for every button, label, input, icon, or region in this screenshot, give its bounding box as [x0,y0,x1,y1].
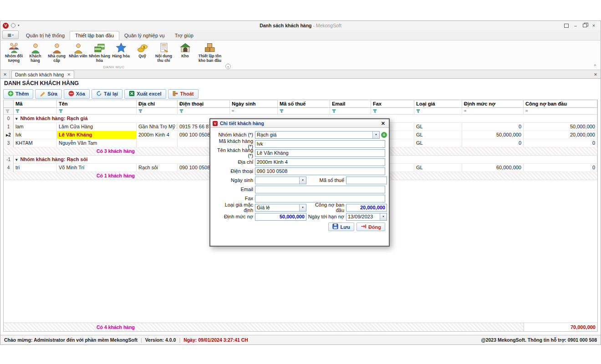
ribbon-item-warehouses[interactable]: Kho [174,41,196,59]
export-excel-button[interactable]: Xuất excel [124,89,166,99]
customer-code-input[interactable] [255,140,385,148]
phone-input[interactable] [255,167,385,175]
address-input[interactable] [255,158,385,166]
customer-name-input[interactable] [255,149,385,157]
collapse-caret-icon[interactable]: ▾ [15,157,18,162]
column-header-loaigia[interactable]: Loại giá [414,100,462,108]
cell-dinhmuc[interactable]: 50,000,000 [462,131,524,139]
column-header-masothue[interactable]: Mã số thuế [278,100,330,108]
ribbon-item-suppliers[interactable]: Nhà cung cấp [46,41,67,63]
cell-ten[interactable]: Lâm Cửa Hàng [57,123,137,131]
cell-ten[interactable]: Võ Minh Trí [57,164,137,172]
cell-ten[interactable]: Nguyễn Văn Tam [57,139,137,147]
filter-cell-loaigia[interactable] [414,108,462,115]
filter-cell-ma[interactable] [14,108,57,115]
ribbon-item-object-groups[interactable]: Nhóm đối tượng [3,41,25,63]
default-price-type-combobox[interactable]: ▼ [255,204,306,212]
column-header-diachi[interactable]: Địa chỉ [137,100,178,108]
column-header-ngaysinh[interactable]: Ngày sinh [230,100,278,108]
column-header-congno[interactable]: Công nợ ban đầu [524,100,597,108]
email-input[interactable] [255,186,385,193]
tax-code-input[interactable] [346,177,387,184]
column-header-dinhmuc[interactable]: Định mức nợ [462,100,524,108]
ribbon-tab-initial-setup[interactable]: Thiết lập ban đầu [70,31,119,40]
add-button[interactable]: Thêm [3,89,33,99]
filter-cell-fax[interactable] [371,108,414,115]
fax-input[interactable] [255,195,385,202]
cell-congno[interactable]: 0 [524,139,597,147]
tabstrip-close-right-icon[interactable]: ✕ [591,72,601,78]
cell-loaigia[interactable]: GL [414,131,462,139]
initial-debt-input[interactable] [346,204,387,212]
customer-group-combobox[interactable]: ▼ [255,131,380,139]
dialog-close-icon[interactable]: ✕ [380,121,387,126]
exit-button[interactable]: Thoát [168,89,199,99]
chevron-down-icon[interactable]: ▼ [372,131,379,138]
column-header-fax[interactable]: Fax [371,100,414,108]
cell-ma[interactable]: KHTAM [14,139,57,147]
cell-diachi[interactable]: 2000m Kinh 4 [137,131,178,139]
chevron-down-icon[interactable]: ▼ [299,204,306,211]
cell-ma[interactable]: lam [14,123,57,131]
debt-limit-input[interactable] [255,213,306,221]
cell-diachi[interactable]: Rạch sỏi [137,164,178,172]
close-dialog-button[interactable]: Đóng [357,222,385,231]
filter-cell-masothue[interactable] [278,108,330,115]
filter-cell-email[interactable] [330,108,371,115]
column-header-ten[interactable]: Tên [57,100,137,108]
quick-access-caret-icon[interactable]: ▾ [18,24,20,27]
chevron-down-icon[interactable]: ▼ [299,177,306,184]
dialog-titlebar[interactable]: V Chi tiết khách hàng ✕ [210,119,389,128]
cell-dinhmuc[interactable]: 60,000,000 [462,164,524,172]
fullscreen-button[interactable] [563,22,570,29]
document-tab-customers[interactable]: Danh sách khách hàng ✕ [11,71,74,78]
save-button[interactable]: Lưu [328,222,354,231]
tabstrip-close-left-icon[interactable]: ✕ [0,71,10,78]
column-header-dienthoai[interactable]: Điện thoại [178,100,230,108]
filter-cell-dinhmuc[interactable]: = [462,108,524,115]
minimize-button[interactable]: – [572,22,579,29]
ribbon-collapse-icon[interactable]: ^ [594,64,596,68]
collapse-caret-icon[interactable]: ▾ [15,116,18,121]
cell-dinhmuc[interactable]: 0 [462,139,524,147]
restore-button[interactable] [581,22,588,29]
filter-cell-congno[interactable]: = [524,108,597,115]
ribbon-tab-business-management[interactable]: Quản lý nghiệp vụ [119,31,170,40]
birth-date-combobox[interactable]: ▼ [255,177,306,184]
debt-due-date-input[interactable] [346,213,380,220]
document-tab-close-icon[interactable]: ✕ [67,72,71,77]
reload-button[interactable]: Tải lại [92,89,122,99]
cell-ma[interactable]: lvk [14,131,57,139]
customer-group-input[interactable] [255,131,372,138]
chevron-down-icon[interactable]: ▼ [380,213,387,220]
cell-diachi[interactable]: Gần Nhà Trọ Mỹ X... [137,123,178,131]
edit-button[interactable]: Sửa [35,89,61,99]
ribbon-item-receipt-contents[interactable]: Nội dung thu chi [153,41,174,63]
debt-due-date-combobox[interactable]: ▼ [346,213,387,221]
cell-loaigia[interactable]: GL [414,123,462,131]
cell-ma[interactable]: tri [14,164,57,172]
delete-button[interactable]: Xóa [64,89,90,99]
filter-cell-dienthoai[interactable] [178,108,230,115]
group-dialog-launcher-icon[interactable]: ▾ [225,64,231,69]
cell-congno[interactable]: 50,000,000 [524,123,597,131]
column-header-ma[interactable]: Mã [14,100,57,108]
ribbon-item-initial-stock-setup[interactable]: Thiết lập tồn kho ban đầu [196,41,224,63]
ribbon-tab-system-admin[interactable]: Quản trị hệ thống [21,31,70,40]
ribbon-item-customers[interactable]: Khách hàng [25,41,46,63]
ribbon-item-products[interactable]: Hàng hóa [110,41,132,59]
cell-loaigia[interactable]: GL [414,139,462,147]
ribbon-tab-help[interactable]: Trợ giúp [170,31,199,40]
default-price-type-input[interactable] [255,204,299,211]
cell-loaigia[interactable]: GL [414,164,462,172]
cell-congno[interactable]: 0 [524,164,597,172]
cell-congno[interactable]: 20,000,000 [524,131,597,139]
cell-ten[interactable]: Lê Văn Kháng [57,131,137,139]
close-window-button[interactable]: × [591,22,597,29]
filter-cell-diachi[interactable] [137,108,178,115]
filter-cell-ngaysinh[interactable]: = [230,108,278,115]
filter-cell-ten[interactable] [57,108,137,115]
ribbon-item-product-groups[interactable]: Nhóm hàng hóa [89,41,110,63]
quick-access-item-icon[interactable] [11,23,15,28]
birth-date-input[interactable] [255,177,299,184]
